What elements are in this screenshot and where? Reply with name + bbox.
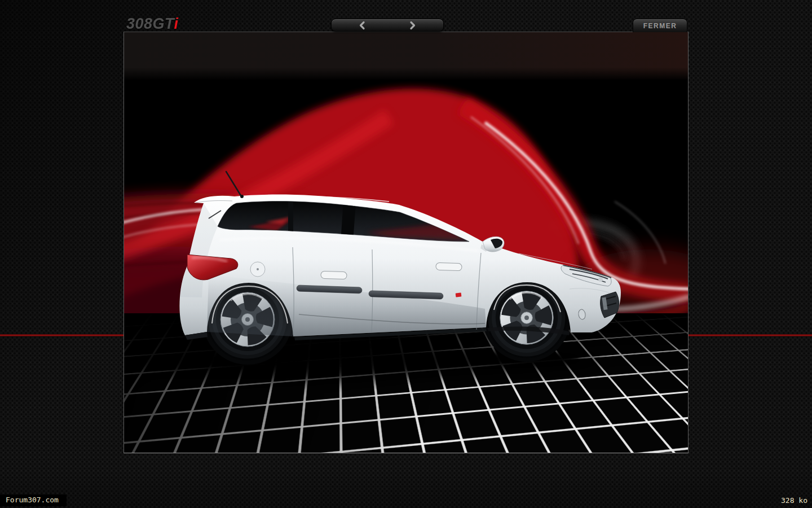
file-size-label: 328 ko (781, 496, 807, 505)
site-logo: 308GTi (126, 15, 179, 33)
gallery-nav (331, 19, 444, 32)
logo-text-gray: 308GT (126, 15, 174, 32)
red-divider-right (689, 334, 812, 336)
chevron-left-icon (359, 21, 367, 30)
antenna (226, 172, 241, 196)
logo-text-red: i (174, 15, 179, 32)
next-button[interactable] (404, 20, 421, 31)
chevron-right-icon (408, 21, 416, 30)
door-handle (321, 271, 347, 279)
car-illustration (124, 32, 688, 453)
prev-button[interactable] (354, 20, 371, 31)
side-mirror (480, 237, 504, 252)
lightbox-page: 308GTi FERMER Forum307.com 328 ko (0, 0, 812, 508)
gti-badge (456, 292, 462, 297)
watermark-site-name: Forum307.com (0, 494, 67, 506)
red-divider-left (0, 334, 123, 336)
close-button[interactable]: FERMER (633, 19, 687, 32)
door-handle (436, 262, 462, 271)
gallery-image[interactable] (123, 32, 689, 453)
